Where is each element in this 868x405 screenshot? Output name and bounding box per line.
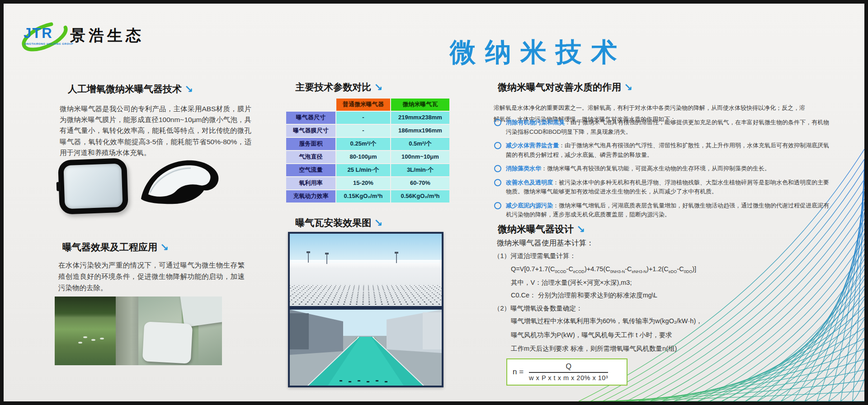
oxygen-demand-formula: Q=V[0.7+1.7(C0COD-CeCOD)+4.75(C0NH3-N-Ce… xyxy=(511,265,842,274)
aerator-dome-photo xyxy=(137,155,225,216)
table-row-label: 服务面积 xyxy=(286,138,335,150)
bullet-text: ：微纳米曝气增氧后，河湖底质表层含氧量增加，好氧微生物活动趋强，通过微生物的代谢… xyxy=(506,202,829,218)
table-row-label: 氧利用率 xyxy=(286,177,335,189)
aeration-tile xyxy=(142,321,193,364)
table-col-header-normal: 普通微米曝气器 xyxy=(336,99,390,111)
tiles-photo xyxy=(138,297,222,365)
table-row-label: 曝气器尺寸 xyxy=(286,112,335,124)
table-row-label: 曝气器膜尺寸 xyxy=(286,125,335,137)
section-heading-install: 曝气瓦安装效果图↘ xyxy=(267,217,411,229)
table-cell: 60-70% xyxy=(391,177,449,189)
aerator-plate-port xyxy=(57,182,61,191)
aerator-float xyxy=(91,339,95,341)
bullet-text: ：被污染水体中的多种无机和有机悬浮物、浮游植物残骸、大型水生植物碎屑等是影响水色… xyxy=(506,179,829,195)
poster-page: JTR JINGTAIRONG HOLDING GROUP 景浩生态 微纳米技术… xyxy=(0,0,868,405)
aerator-float xyxy=(78,342,82,344)
canal-scene xyxy=(290,310,442,386)
circle-bullet-icon xyxy=(494,142,501,149)
logo-company-name: 景浩生态 xyxy=(70,25,144,46)
application-photos xyxy=(55,297,222,365)
table-cell: 100nm~10μm xyxy=(391,151,449,163)
table-cell: 0.25m²/个 xyxy=(336,138,390,150)
section-heading-text: 曝气器效果及工程应用 xyxy=(62,242,157,252)
table-cell: - xyxy=(336,112,390,124)
table-cell: 80-100μm xyxy=(336,151,390,163)
river-photo xyxy=(55,297,138,365)
aerator-plate-membrane xyxy=(63,164,123,209)
aeration-tile xyxy=(179,297,222,327)
section-heading-text: 人工增氧微纳米曝气器技术 xyxy=(68,84,182,94)
table-cell: 15-20% xyxy=(336,177,390,189)
circle-bullet-icon xyxy=(494,165,501,172)
bullet-term: 减少水体营养盐含量 xyxy=(506,142,559,149)
logo-acronym: JTR xyxy=(24,25,53,42)
table-cell: 3L/min·个 xyxy=(391,164,449,176)
fraction-numerator: Q xyxy=(529,363,608,373)
bullet-item: 改善水色及透明度：被污染水体中的多种无机和有机悬浮物、浮游植物残骸、大型水生植物… xyxy=(494,178,830,197)
calc-item2-title: （2）曝气增氧设备数量确定： xyxy=(494,304,842,313)
bullet-text: ：微纳米曝气具有较强的复氧功能，可提高水生动物的生存环境，从而抑制藻类的生长。 xyxy=(541,165,770,172)
fraction-denominator: w x P x t x m x 20% x 10³ xyxy=(529,373,608,381)
calc-item2-line3: 工作m天后达到要求 标准，则所需增氧曝气风机数量n(组) xyxy=(511,344,842,353)
design-subheading: 微纳米曝气器使用基本计算： xyxy=(497,238,594,248)
bullet-term: 减少底泥内源污染 xyxy=(506,202,553,209)
bullet-item: 消除有机物污染和黑臭：由于微纳米气泡具有很强的滞留性，能够提供更加充足的氧气，在… xyxy=(494,118,830,137)
aerator-float xyxy=(83,336,87,338)
aerator-plate-photo xyxy=(58,158,128,214)
formula-fraction: Q w x P x t x m x 20% x 10³ xyxy=(529,363,608,381)
calc-item2-line1: 曝气增氧过程中水体氧利用率为60%，氧传输率为w(kgO₂/kW·h)， xyxy=(511,317,842,326)
bullet-term: 消除有机物污染和黑臭 xyxy=(506,119,565,126)
section-heading-water-quality: 微纳米曝气对改善水质的作用↘ xyxy=(498,81,632,94)
render-pole xyxy=(326,254,327,264)
table-row-label: 空气流量 xyxy=(286,164,335,176)
table-col-header-nano: 微纳米曝气瓦 xyxy=(391,99,449,111)
river-embankment xyxy=(116,297,138,365)
table-cell: - xyxy=(336,125,390,137)
render-horizon xyxy=(290,260,442,268)
arrow-icon: ↘ xyxy=(374,217,382,229)
section-heading-parameters: 主要技术参数对比↘ xyxy=(267,81,411,94)
arrow-icon: ↘ xyxy=(374,81,382,93)
section-heading-aerator-tech: 人工增氧微纳米曝气器技术↘ xyxy=(68,83,193,95)
render-pole xyxy=(396,253,397,263)
params-table: 普通微米曝气器 微纳米曝气瓦 曝气器尺寸 - 219mmx238mm 曝气器膜尺… xyxy=(286,99,449,202)
table-cell: 0.56KgO₂/m³h xyxy=(391,190,449,202)
bullet-item: 消除藻类水华：微纳米曝气具有较强的复氧功能，可提高水生动物的生存环境，从而抑制藻… xyxy=(494,164,830,174)
section-heading-design: 微纳米曝气器设计↘ xyxy=(498,223,585,235)
circle-bullet-icon xyxy=(494,202,501,209)
section-heading-text: 微纳米曝气器设计 xyxy=(498,224,574,234)
render-pole xyxy=(308,253,309,263)
design-calculations: （1）河道治理需氧量计算： Q=V[0.7+1.7(C0COD-CeCOD)+4… xyxy=(494,252,842,386)
page-title: 微纳米技术 xyxy=(402,35,674,70)
formula-note-concentration: C0.Ce： 分别为治理前和要求达到的标准浓度mg\L xyxy=(511,291,842,300)
section-heading-text: 曝气瓦安装效果图 xyxy=(295,217,371,228)
arrow-icon: ↘ xyxy=(184,83,193,95)
table-cell: 0.5m²/个 xyxy=(391,138,449,150)
table-cell: 219mmx238mm xyxy=(391,112,449,124)
bullet-item: 减少底泥内源污染：微纳米曝气增氧后，河湖底质表层含氧量增加，好氧微生物活动趋强，… xyxy=(494,201,830,220)
circle-bullet-icon xyxy=(494,179,501,186)
table-row-label: 充氧动力效率 xyxy=(286,190,335,202)
aerator-tech-paragraph: 微纳米曝气器是我公司的专利产品，主体采用ABS材质，膜片为微纳米曝气膜片，能形成… xyxy=(60,104,251,159)
calc-item1-title: （1）河道治理需氧量计算： xyxy=(494,252,842,261)
aerator-product-photos xyxy=(55,154,227,219)
formula-lhs: n = xyxy=(513,367,524,377)
section-heading-application: 曝气器效果及工程应用↘ xyxy=(62,241,169,254)
render-aerator-grid xyxy=(288,285,443,308)
table-corner-cell xyxy=(286,99,335,111)
calc-item2-line2: 曝气风机功率为P(kW)，曝气风机每天工作 t 小时，要求 xyxy=(511,331,842,340)
table-row-label: 气泡直径 xyxy=(286,151,335,163)
arrow-icon: ↘ xyxy=(576,223,585,235)
bullet-item: 减少水体营养盐含量：由于微纳米气泡具有很强的气浮性、滞留性和扩散性，其上升作用弱… xyxy=(494,141,830,160)
section-heading-text: 微纳米曝气对改善水质的作用 xyxy=(498,82,621,92)
table-cell: 25 L/min·个 xyxy=(336,164,390,176)
application-paragraph: 在水体污染较为严重的情况下，可通过曝气为微生物生存繁殖创造良好的环境条件，促进微… xyxy=(58,259,245,293)
logo-group-name: JINGTAIRONG HOLDING GROUP xyxy=(24,42,73,45)
circle-bullet-icon xyxy=(494,119,501,126)
blower-count-formula-box: n = Q w x P x t x m x 20% x 10³ xyxy=(506,358,627,386)
bullet-term: 改善水色及透明度 xyxy=(506,179,553,186)
section-heading-text: 主要技术参数对比 xyxy=(295,82,371,92)
water-quality-bullets: 消除有机物污染和黑臭：由于微纳米气泡具有很强的滞留性，能够提供更加充足的氧气，在… xyxy=(494,118,830,224)
formula-note-volume: 其中，V：治理水量(河长×河宽×水深),m3; xyxy=(511,278,842,287)
aerator-float xyxy=(100,338,104,339)
